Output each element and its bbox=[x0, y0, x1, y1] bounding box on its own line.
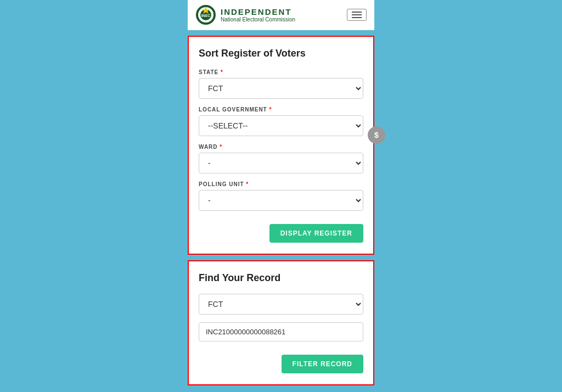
ward-required-star: * bbox=[218, 144, 223, 150]
state-label: STATE * bbox=[199, 69, 363, 75]
display-register-button[interactable]: DISPLAY REGISTER bbox=[269, 224, 363, 243]
find-record-title: Find Your Record bbox=[199, 272, 363, 284]
svg-text:INEC: INEC bbox=[201, 14, 211, 18]
polling-unit-label: POLLING UNIT * bbox=[199, 181, 363, 187]
navbar-title: INDEPENDENT National Electoral Commissio… bbox=[221, 7, 295, 23]
navbar: INEC INDEPENDENT National Electoral Comm… bbox=[188, 0, 374, 30]
state-form-group: STATE * FCT Abia Lagos bbox=[199, 69, 363, 99]
hamburger-line-3 bbox=[352, 17, 362, 18]
lga-required-star: * bbox=[267, 107, 272, 113]
main-content: Sort Register of Voters STATE * FCT Abia… bbox=[188, 30, 374, 391]
lga-form-group: LOCAL GOVERNMENT * --SELECT-- bbox=[199, 107, 363, 136]
hamburger-line-1 bbox=[352, 12, 362, 13]
navbar-title-sub: National Electoral Commission bbox=[221, 16, 295, 23]
vin-form-group bbox=[199, 322, 363, 341]
lga-label: LOCAL GOVERNMENT * bbox=[199, 107, 363, 113]
ward-select[interactable]: - bbox=[199, 153, 363, 173]
floating-btn-label: $ bbox=[374, 131, 379, 139]
find-record-card: Find Your Record FCT Abia FILTER RECORD bbox=[188, 260, 374, 385]
find-state-form-group: FCT Abia bbox=[199, 294, 363, 315]
polling-unit-form-group: POLLING UNIT * - bbox=[199, 181, 363, 211]
find-state-select[interactable]: FCT Abia bbox=[199, 294, 363, 315]
polling-unit-required-star: * bbox=[244, 181, 249, 187]
navbar-brand: INEC INDEPENDENT National Electoral Comm… bbox=[195, 4, 295, 25]
filter-record-button[interactable]: FILTER RECORD bbox=[282, 355, 363, 373]
ward-label: WARD * bbox=[199, 144, 363, 150]
sort-register-title: Sort Register of Voters bbox=[199, 48, 363, 59]
filter-record-row: FILTER RECORD bbox=[199, 349, 363, 373]
lga-select[interactable]: --SELECT-- bbox=[199, 115, 363, 136]
sort-register-card: Sort Register of Voters STATE * FCT Abia… bbox=[188, 36, 374, 255]
state-required-star: * bbox=[218, 69, 223, 75]
inec-logo: INEC bbox=[195, 4, 216, 25]
state-select[interactable]: FCT Abia Lagos bbox=[199, 78, 363, 99]
floating-action-button[interactable]: $ bbox=[368, 126, 385, 144]
navbar-toggle-button[interactable] bbox=[347, 9, 367, 21]
polling-unit-select[interactable]: - bbox=[199, 190, 363, 211]
hamburger-line-2 bbox=[352, 14, 362, 15]
vin-input[interactable] bbox=[199, 322, 363, 341]
navbar-title-main: INDEPENDENT bbox=[221, 7, 295, 16]
display-register-row: DISPLAY REGISTER bbox=[199, 219, 363, 243]
ward-form-group: WARD * - bbox=[199, 144, 363, 173]
